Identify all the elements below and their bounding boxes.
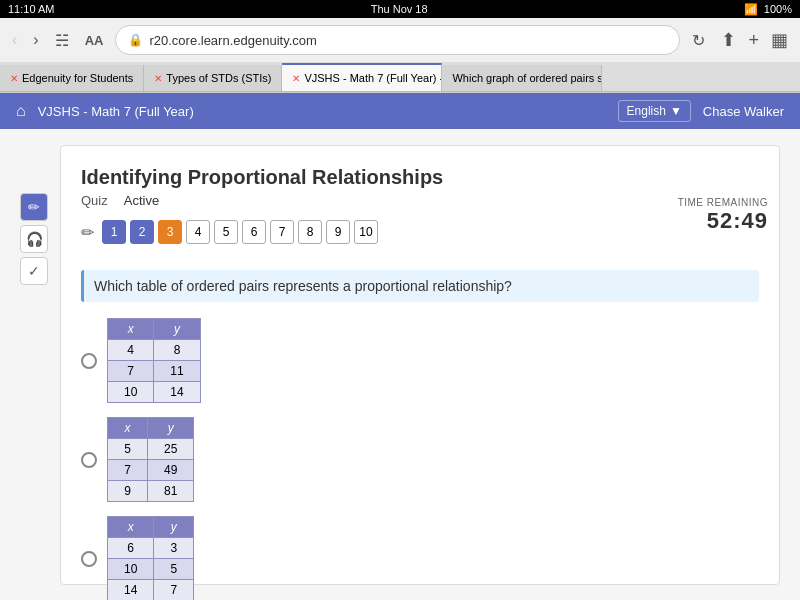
back-button[interactable]: ‹: [8, 29, 21, 51]
question-nav: ✏ 1 2 3 4 5 6 7 8 9 10: [81, 220, 378, 244]
chevron-down-icon: ▼: [670, 104, 682, 118]
table-row: 749: [108, 460, 194, 481]
add-tab-button[interactable]: +: [744, 28, 763, 53]
share-button[interactable]: ⬆: [717, 27, 740, 53]
radio-a[interactable]: [81, 353, 97, 369]
quiz-area: Identifying Proportional Relationships Q…: [60, 145, 780, 585]
answer-option-c: xy 63 105 147: [81, 516, 759, 600]
main-content: ✏ 🎧 ✓ Identifying Proportional Relations…: [0, 129, 800, 600]
tab-stds[interactable]: ✕ Types of STDs (STIs): [144, 65, 282, 91]
forward-button[interactable]: ›: [29, 29, 42, 51]
question-num-1[interactable]: 1: [102, 220, 126, 244]
status-bar: 11:10 AM Thu Nov 18 📶 100%: [0, 0, 800, 18]
table-row: 981: [108, 481, 194, 502]
tab-label-3: VJSHS - Math 7 (Full Year) - Ed...: [304, 72, 442, 84]
language-label: English: [627, 104, 666, 118]
check-tool-button[interactable]: ✓: [20, 257, 48, 285]
table-row: 63: [108, 538, 194, 559]
table-row: 711: [108, 361, 201, 382]
question-num-9[interactable]: 9: [326, 220, 350, 244]
browser-actions: ⬆ + ▦: [717, 27, 792, 53]
table-c: xy 63 105 147: [107, 516, 194, 600]
pencil-tool-button[interactable]: ✏: [20, 193, 48, 221]
table-b-header-x: x: [108, 418, 148, 439]
tab-label-2: Types of STDs (STIs): [166, 72, 271, 84]
status-right: 📶 100%: [744, 3, 792, 16]
tab-math7[interactable]: ✕ VJSHS - Math 7 (Full Year) - Ed...: [282, 63, 442, 91]
battery-text: 100%: [764, 3, 792, 15]
table-row: 147: [108, 580, 194, 601]
question-num-6[interactable]: 6: [242, 220, 266, 244]
table-a-header-x: x: [108, 319, 154, 340]
answer-options: xy 48 711 1014 xy 525: [81, 318, 759, 600]
time-remaining-block: TIME REMAINING 52:49: [678, 197, 768, 234]
tab-icon-1: ✕: [10, 73, 18, 84]
table-row: 1014: [108, 382, 201, 403]
table-row: 105: [108, 559, 194, 580]
tab-graph[interactable]: Which graph of ordered pairs s...: [442, 65, 602, 91]
user-name: Chase Walker: [703, 104, 784, 119]
table-b: xy 525 749 981: [107, 417, 194, 502]
time-value: 52:49: [678, 208, 768, 234]
address-text: r20.core.learn.edgenuity.com: [149, 33, 316, 48]
question-num-5[interactable]: 5: [214, 220, 238, 244]
tabs-button[interactable]: ▦: [767, 27, 792, 53]
answer-option-b: xy 525 749 981: [81, 417, 759, 502]
tab-icon-2: ✕: [154, 73, 162, 84]
answer-option-a: xy 48 711 1014: [81, 318, 759, 403]
question-num-4[interactable]: 4: [186, 220, 210, 244]
question-num-10[interactable]: 10: [354, 220, 378, 244]
table-c-header-y: y: [154, 517, 194, 538]
app-header-title: VJSHS - Math 7 (Full Year): [38, 104, 618, 119]
quiz-status: Active: [124, 193, 159, 208]
question-num-2[interactable]: 2: [130, 220, 154, 244]
tab-label-4: Which graph of ordered pairs s...: [452, 72, 602, 84]
wifi-icon: 📶: [744, 3, 758, 16]
question-num-7[interactable]: 7: [270, 220, 294, 244]
reader-button[interactable]: ☵: [51, 29, 73, 52]
tabs-bar: ✕ Edgenuity for Students ✕ Types of STDs…: [0, 62, 800, 92]
table-a: xy 48 711 1014: [107, 318, 201, 403]
quiz-type: Quiz: [81, 193, 108, 208]
table-a-header-y: y: [154, 319, 200, 340]
lock-icon: 🔒: [128, 33, 143, 47]
table-row: 48: [108, 340, 201, 361]
status-time: 11:10 AM: [8, 3, 54, 15]
text-size-button[interactable]: AA: [81, 31, 108, 50]
home-icon[interactable]: ⌂: [16, 102, 26, 120]
tab-label-1: Edgenuity for Students: [22, 72, 133, 84]
nav-pencil-icon: ✏: [81, 223, 94, 242]
audio-tool-button[interactable]: 🎧: [20, 225, 48, 253]
quiz-title: Identifying Proportional Relationships: [81, 166, 759, 189]
question-num-3[interactable]: 3: [158, 220, 182, 244]
tool-sidebar: ✏ 🎧 ✓: [20, 193, 48, 585]
radio-b[interactable]: [81, 452, 97, 468]
address-bar: 🔒 r20.core.learn.edgenuity.com: [115, 25, 680, 55]
question-text: Which table of ordered pairs represents …: [81, 270, 759, 302]
app-header: ⌂ VJSHS - Math 7 (Full Year) English ▼ C…: [0, 93, 800, 129]
tab-icon-3: ✕: [292, 73, 300, 84]
language-button[interactable]: English ▼: [618, 100, 691, 122]
browser-toolbar: ‹ › ☵ AA 🔒 r20.core.learn.edgenuity.com …: [0, 18, 800, 62]
radio-c[interactable]: [81, 551, 97, 567]
table-row: 525: [108, 439, 194, 460]
refresh-button[interactable]: ↻: [688, 29, 709, 52]
table-c-header-x: x: [108, 517, 154, 538]
status-date: Thu Nov 18: [371, 3, 428, 15]
table-b-header-y: y: [148, 418, 194, 439]
tab-edgenuity[interactable]: ✕ Edgenuity for Students: [0, 65, 144, 91]
browser-chrome: ‹ › ☵ AA 🔒 r20.core.learn.edgenuity.com …: [0, 18, 800, 93]
question-num-8[interactable]: 8: [298, 220, 322, 244]
time-remaining-label: TIME REMAINING: [678, 197, 768, 208]
quiz-meta: Quiz Active: [81, 193, 759, 208]
